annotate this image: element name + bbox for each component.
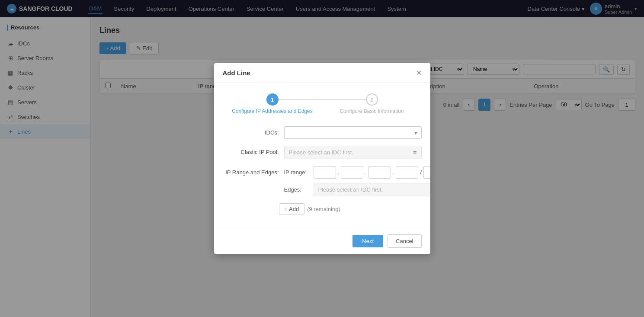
edges-label: Edges:: [284, 186, 310, 193]
ip-range-inputs: . . . /: [314, 166, 430, 179]
ip-range-control: IP range: . . . /: [284, 166, 430, 196]
cancel-button[interactable]: Cancel: [388, 234, 421, 248]
idcs-control: [284, 126, 422, 139]
elastic-ip-placeholder: Please select an IDC first.: [289, 149, 354, 156]
next-button[interactable]: Next: [352, 235, 383, 247]
idcs-label: IDCs:: [223, 126, 279, 136]
ip-octet-1[interactable]: [314, 166, 336, 179]
steps: 1 Configure IP Addresses and Edges 2 Con…: [223, 93, 422, 114]
close-button[interactable]: ✕: [416, 70, 422, 77]
step-2-label: Configure Basic Information: [340, 108, 404, 114]
modal-overlay: Add Line ✕ 1 Configure IP Addresses and …: [0, 0, 644, 317]
form-row-idcs: IDCs:: [223, 126, 422, 139]
step-2: 2 Configure Basic Information: [322, 93, 422, 114]
ip-cidr[interactable]: [423, 166, 430, 179]
modal-title: Add Line: [223, 69, 250, 77]
form-row-elastic-ip: Elastic IP Pool: Please select an IDC fi…: [223, 146, 422, 159]
remaining-text: (9 remaining): [307, 206, 340, 212]
elastic-ip-control: Please select an IDC first. ≡: [284, 146, 422, 159]
ip-octet-2[interactable]: [341, 166, 363, 179]
idcs-select-wrapper: [284, 126, 422, 139]
ip-range-sublabel: IP range:: [284, 169, 310, 176]
elastic-ip-disabled: Please select an IDC first. ≡: [284, 146, 422, 159]
add-row: + Add (9 remaining): [279, 203, 422, 215]
list-icon: ≡: [413, 149, 417, 156]
ip-range-edges-label: IP Range and Edges:: [223, 166, 279, 176]
ip-slash: /: [420, 169, 422, 176]
ip-sep-3: .: [393, 169, 394, 176]
step-1: 1 Configure IP Addresses and Edges: [223, 93, 322, 114]
ip-sep-1: .: [338, 169, 340, 176]
modal-footer: Next Cancel: [214, 228, 430, 254]
ip-octet-3[interactable]: [368, 166, 391, 179]
modal-body: 1 Configure IP Addresses and Edges 2 Con…: [214, 83, 430, 224]
step-1-label: Configure IP Addresses and Edges: [232, 108, 313, 114]
elastic-ip-label: Elastic IP Pool:: [223, 146, 279, 155]
edges-placeholder: Please select an IDC first.: [318, 186, 383, 193]
add-ip-range-button[interactable]: + Add: [279, 203, 305, 215]
modal-header: Add Line ✕: [214, 63, 430, 83]
ip-sep-2: .: [365, 169, 367, 176]
idcs-select[interactable]: [284, 126, 422, 139]
ip-range-subrow: IP range: . . . /: [284, 166, 430, 179]
step-2-circle: 2: [366, 93, 378, 106]
edges-disabled: Please select an IDC first. ≡: [314, 183, 430, 196]
add-line-modal: Add Line ✕ 1 Configure IP Addresses and …: [214, 63, 430, 254]
step-1-circle: 1: [266, 93, 279, 106]
form-row-ip-range: IP Range and Edges: IP range: . . .: [223, 166, 422, 196]
ip-octet-4[interactable]: [396, 166, 418, 179]
edges-subrow: Edges: Please select an IDC first. ≡: [284, 183, 430, 196]
